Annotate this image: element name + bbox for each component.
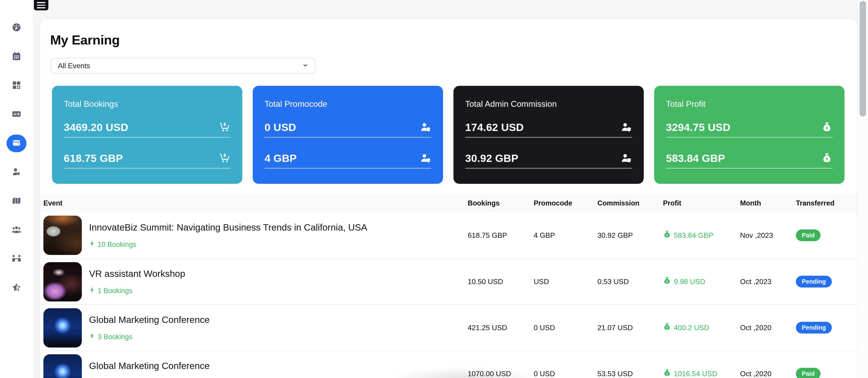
commission-cell: 0.53 USD (597, 277, 629, 286)
promocode-cell: 0 USD (534, 370, 555, 378)
event-title: Global Marketing Conference (89, 314, 210, 325)
earnings-table: Event Bookings Promocode Commission Prof… (40, 194, 857, 378)
scrollbar-thumb[interactable] (860, 1, 866, 116)
sidebar-item-earnings[interactable] (6, 135, 26, 152)
table-row[interactable]: Global Marketing Conference 3 Bookings 4… (40, 304, 857, 350)
commission-cell: 21.07 USD (597, 323, 633, 332)
svg-text:$: $ (826, 126, 828, 130)
total-admin-commission-card: Total Admin Commission 174.62 USD 30.92 … (454, 86, 644, 184)
card-value-gbp: 583.84 GBP (666, 152, 725, 164)
event-filter-select[interactable]: All Events (51, 58, 315, 74)
event-title: Global Marketing Conference (89, 360, 210, 371)
wallet-icon (12, 138, 21, 148)
users-icon (12, 225, 21, 235)
bookings-cell: 10.50 USD (468, 277, 503, 286)
sidebar-item-users[interactable] (6, 221, 26, 239)
column-header-event: Event (43, 199, 62, 207)
summary-cards: Total Bookings 3469.20 USD 618.75 GBP (52, 86, 844, 184)
qr-code-icon (12, 80, 21, 91)
sidebar-item-payments[interactable] (6, 106, 26, 123)
sack-dollar-icon: $ (822, 122, 832, 133)
total-profit-card: Total Profit 3294.75 USD $ 583.84 GBP $ (654, 86, 844, 184)
event-thumbnail (43, 216, 82, 255)
event-title: VR assistant Workshop (89, 269, 185, 279)
status-badge: Pending (796, 276, 832, 287)
map-icon (12, 196, 21, 206)
column-header-transferred: Transferred (796, 199, 835, 207)
sidebar-item-modules[interactable] (6, 77, 26, 94)
main-area: My Earning All Events Total Bookings 346… (33, 0, 868, 378)
sack-dollar-icon: $ (663, 230, 671, 240)
page-scrollbar (857, 0, 868, 378)
event-thumbnail (43, 262, 82, 302)
event-bookings-count: 1 Bookings (98, 287, 132, 295)
sidebar-item-calendar[interactable] (6, 48, 26, 66)
profit-cell: 9.98 USD (674, 277, 705, 286)
chevron-down-icon (302, 62, 309, 70)
svg-text:$: $ (666, 372, 668, 375)
user-shield-icon (420, 122, 431, 133)
menu-toggle-button[interactable] (34, 0, 49, 10)
column-header-commission: Commission (597, 199, 640, 207)
card-value-usd: 3469.20 USD (64, 121, 128, 133)
sidebar-item-referrals[interactable] (6, 250, 26, 268)
profit-cell: 1016.54 USD (674, 370, 717, 378)
column-header-bookings: Bookings (468, 199, 500, 207)
cart-arrow-down-icon (219, 122, 230, 133)
card-title: Total Profit (666, 99, 833, 109)
profit-cell: 400.2 USD (674, 323, 709, 332)
svg-text:$: $ (826, 157, 828, 161)
card-value-usd: 174.62 USD (465, 121, 524, 133)
content-panel: My Earning All Events Total Bookings 346… (40, 19, 857, 378)
payment-check-icon (12, 109, 21, 120)
sidebar (0, 0, 33, 378)
table-row[interactable]: Global Marketing Conference 10 Bookings … (40, 350, 857, 378)
card-title: Total Bookings (64, 99, 230, 109)
status-badge: Paid (796, 368, 820, 378)
table-row[interactable]: VR assistant Workshop 1 Bookings 10.50 U… (40, 258, 857, 304)
column-header-promocode: Promocode (534, 199, 572, 207)
sack-dollar-icon: $ (663, 323, 671, 333)
table-row[interactable]: InnovateBiz Summit: Navigating Business … (40, 212, 857, 258)
status-badge: Pending (796, 322, 832, 334)
month-cell: Nov ,2023 (740, 231, 773, 240)
event-title: InnovateBiz Summit: Navigating Business … (89, 222, 367, 233)
page-title: My Earning (50, 32, 857, 47)
event-thumbnail (43, 354, 82, 378)
table-header: Event Bookings Promocode Commission Prof… (40, 194, 857, 212)
profit-cell: 583.84 GBP (674, 231, 713, 240)
month-cell: Oct ,2023 (740, 277, 772, 286)
lightning-bolt-icon (89, 240, 95, 249)
card-title: Total Admin Commission (465, 99, 632, 109)
card-value-gbp: 4 GBP (265, 152, 297, 164)
column-header-month: Month (740, 199, 761, 207)
people-arrows-icon (12, 254, 21, 264)
star-half-icon (12, 283, 21, 293)
sidebar-item-attendees[interactable] (6, 164, 26, 181)
hamburger-icon (37, 2, 45, 3)
calendar-icon (12, 51, 21, 62)
sack-dollar-icon: $ (663, 369, 671, 378)
card-value-usd: 3294.75 USD (666, 121, 730, 133)
month-cell: Oct ,2020 (740, 323, 772, 332)
column-header-profit: Profit (663, 199, 681, 207)
total-bookings-card: Total Bookings 3469.20 USD 618.75 GBP (52, 86, 242, 184)
bookings-cell: 1070.00 USD (468, 370, 511, 378)
svg-text:$: $ (666, 234, 668, 237)
sidebar-item-map[interactable] (6, 193, 26, 210)
card-value-gbp: 30.92 GBP (465, 152, 518, 164)
dashboard-gauge-icon (12, 23, 21, 33)
cart-arrow-down-icon (219, 152, 230, 164)
svg-text:$: $ (666, 280, 668, 283)
sidebar-item-reviews[interactable] (6, 279, 26, 297)
lightning-bolt-icon (89, 333, 95, 341)
event-filter-value: All Events (58, 62, 90, 70)
card-title: Total Promocode (265, 99, 431, 109)
user-tag-icon (12, 167, 21, 177)
sack-dollar-icon: $ (663, 277, 671, 286)
promocode-cell: 0 USD (534, 323, 555, 332)
lightning-bolt-icon (89, 287, 95, 295)
sidebar-item-dashboard[interactable] (6, 19, 26, 37)
user-shield-icon (621, 152, 631, 164)
svg-text:$: $ (666, 326, 668, 329)
